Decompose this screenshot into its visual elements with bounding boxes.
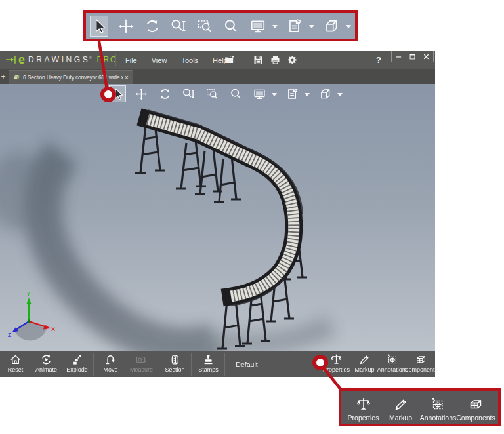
view-toolbar	[109, 85, 343, 102]
view-orientation-button[interactable]	[316, 85, 333, 102]
markup-pages-button[interactable]	[285, 16, 304, 37]
zoom-tool-button[interactable]	[222, 16, 240, 37]
minimize-button[interactable]	[392, 51, 406, 62]
explode-button[interactable]: Explode	[62, 351, 93, 378]
viewport-3d[interactable]: Y X Z	[0, 84, 435, 351]
annotation-target-icon	[387, 353, 399, 366]
maximize-button[interactable]	[406, 51, 419, 62]
pan-tool-button[interactable]	[116, 16, 135, 37]
full-screen-button[interactable]	[248, 16, 266, 37]
markup-button[interactable]: Markup	[382, 397, 419, 422]
button-label: Annotations	[420, 414, 456, 422]
triad-x-label: X	[51, 326, 55, 332]
chevron-down-icon[interactable]	[304, 93, 310, 99]
toolbar-separator	[191, 353, 192, 376]
menu-tools[interactable]: Tools	[174, 51, 205, 69]
open-file-icon	[224, 54, 235, 66]
section-button[interactable]: Section	[159, 351, 190, 378]
button-label: Measure	[130, 366, 153, 373]
conveyor-model-scene: Y X Z	[0, 84, 435, 351]
select-tool-button[interactable]	[109, 85, 126, 102]
markup-pages-button[interactable]	[284, 85, 301, 102]
chevron-down-icon[interactable]	[272, 93, 277, 99]
orientation-triad: Y X Z	[8, 290, 55, 340]
help-button[interactable]: ?	[371, 51, 386, 69]
section-icon	[169, 353, 181, 366]
save-button[interactable]	[249, 51, 266, 69]
new-tab-button[interactable]: +	[0, 72, 7, 81]
rotate-tool-button[interactable]	[156, 85, 173, 102]
monitor-icon	[253, 87, 266, 101]
button-label: Reset	[8, 366, 24, 373]
menu-view[interactable]: View	[144, 51, 175, 69]
move-group: Move Measure	[95, 351, 157, 378]
printer-icon	[270, 54, 281, 66]
conveyor-legs	[135, 123, 307, 349]
logo-arrow-icon	[5, 55, 18, 64]
pages-icon	[285, 87, 299, 101]
monitor-icon	[249, 18, 266, 35]
button-label: Components	[404, 366, 438, 373]
window-controls	[391, 51, 434, 62]
edition-label: PRO	[96, 55, 117, 64]
tab-close-icon[interactable]: ×	[125, 74, 129, 81]
panels-group: Properties Markup Annotations Components	[322, 351, 435, 378]
markup-button[interactable]: Markup	[350, 351, 379, 378]
button-label: Move	[103, 366, 117, 373]
close-icon	[423, 53, 430, 60]
cube-icon	[318, 87, 332, 101]
zoom-area-tool-button[interactable]	[203, 85, 220, 102]
cursor-icon	[91, 18, 108, 35]
full-screen-button[interactable]	[251, 85, 268, 102]
measure-icon	[135, 353, 148, 366]
move-button[interactable]: Move	[95, 351, 126, 378]
pages-icon	[286, 18, 303, 35]
registered-mark: ®	[89, 56, 94, 60]
components-button[interactable]: Components	[407, 351, 435, 378]
chevron-down-icon[interactable]	[272, 25, 278, 31]
reset-button[interactable]: Reset	[0, 351, 31, 378]
menubar: File View Tools Help	[118, 51, 235, 69]
measure-button: Measure	[126, 351, 157, 378]
tab-title: 6 Section Heavy Duty conveyor 661 wide x…	[23, 74, 123, 81]
move-icon	[104, 353, 117, 366]
button-label: Components	[456, 414, 495, 422]
chevron-down-icon[interactable]	[309, 25, 314, 31]
zoom-area-tool-button[interactable]	[196, 16, 214, 37]
pan-tool-button[interactable]	[133, 85, 150, 102]
properties-button[interactable]: Properties	[345, 397, 382, 422]
pencil-icon	[393, 397, 409, 412]
button-label: Explode	[66, 366, 88, 373]
scale-icon	[356, 397, 371, 412]
view-orientation-button[interactable]	[322, 16, 341, 37]
triad-z-label: Z	[8, 332, 12, 338]
annotations-button[interactable]: Annotations	[379, 351, 407, 378]
zoom-tool-button[interactable]	[227, 85, 244, 102]
annotation-target-icon	[430, 397, 446, 412]
animate-button[interactable]: Animate	[31, 351, 62, 378]
edrawings-window: e DRAWINGS® PRO File View Tools Help ?	[0, 51, 435, 377]
annotations-button[interactable]: Annotations	[419, 397, 457, 422]
configuration-label[interactable]: Default	[207, 351, 286, 378]
zoom-fit-tool-button[interactable]	[169, 16, 188, 37]
zoom-fit-tool-button[interactable]	[180, 85, 197, 102]
home-icon	[9, 353, 22, 366]
chevron-down-icon[interactable]	[337, 93, 343, 99]
close-button[interactable]	[419, 51, 433, 62]
menu-file[interactable]: File	[118, 51, 144, 69]
titlebar-separator	[116, 54, 116, 66]
reset-group: Reset Animate Explode	[0, 351, 93, 378]
settings-button[interactable]	[284, 51, 301, 69]
select-tool-button[interactable]	[90, 16, 108, 37]
print-button[interactable]	[266, 51, 284, 69]
pan-icon	[117, 18, 135, 35]
pencil-icon	[358, 353, 371, 366]
open-button[interactable]	[220, 51, 238, 69]
view-toolbar-callout	[83, 10, 358, 41]
document-tab[interactable]: 6 Section Heavy Duty conveyor 661 wide x…	[9, 70, 133, 84]
properties-button[interactable]: Properties	[322, 351, 350, 378]
rotate-tool-button[interactable]	[143, 16, 161, 37]
chevron-down-icon[interactable]	[346, 25, 351, 31]
zoom-area-icon	[196, 18, 213, 35]
components-button[interactable]: Components	[457, 397, 495, 422]
